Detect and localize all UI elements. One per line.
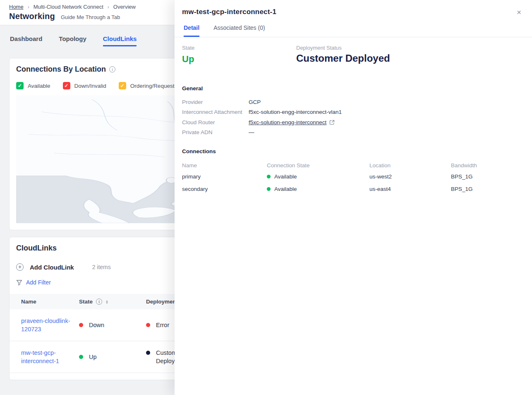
connection-name: secondary bbox=[182, 186, 267, 192]
tab-cloudlinks[interactable]: CloudLinks bbox=[103, 35, 137, 46]
connection-state: Available bbox=[274, 186, 297, 192]
guide-me-link[interactable]: Guide Me Through a Tab bbox=[61, 14, 120, 20]
state-value: Down bbox=[89, 322, 104, 328]
column-header-name: Name bbox=[182, 162, 267, 169]
general-section: General Provider GCP Interconnect Attach… bbox=[175, 85, 532, 137]
detail-panel: mw-test-gcp-interconnect-1 × Detail Asso… bbox=[175, 0, 532, 395]
detail-row-cloud-router: Cloud Router f5xc-solution-engg-intercon… bbox=[182, 117, 532, 128]
cloudlink-name-link[interactable]: praveen-cloudlink-120723 bbox=[21, 317, 71, 333]
general-section-title: General bbox=[182, 85, 532, 92]
checkbox-checked-icon: ✓ bbox=[16, 82, 24, 89]
status-dot-available bbox=[267, 175, 271, 178]
detail-value: — bbox=[249, 129, 254, 135]
cloudlink-name-link[interactable]: mw-test-gcp-interconnect-1 bbox=[21, 349, 71, 365]
status-dot-deployed bbox=[146, 351, 150, 355]
column-header-bandwidth: Bandwidth bbox=[451, 162, 532, 169]
connection-state: Available bbox=[274, 173, 297, 180]
legend-label: Available bbox=[28, 83, 50, 89]
add-filter-label: Add Filter bbox=[26, 279, 51, 286]
tab-detail[interactable]: Detail bbox=[184, 24, 199, 37]
legend-available-checkbox[interactable]: ✓ Available bbox=[16, 82, 50, 89]
detail-value: GCP bbox=[249, 99, 261, 105]
column-header-state[interactable]: State i ▲▼ bbox=[79, 299, 146, 305]
column-header-location: Location bbox=[369, 162, 451, 169]
checkbox-checked-icon: ✓ bbox=[119, 82, 126, 89]
legend-label: Down/Invalid bbox=[74, 83, 106, 89]
panel-tabs: Detail Associated Sites (0) bbox=[175, 16, 532, 37]
connection-row: primary Available us-west2 BPS_1G bbox=[182, 170, 532, 183]
status-dot-error bbox=[146, 323, 150, 327]
detail-label: Interconnect Attachment bbox=[182, 109, 249, 115]
state-value: Up bbox=[182, 54, 296, 65]
detail-row-interconnect-attachment: Interconnect Attachment f5xc-solution-en… bbox=[182, 107, 532, 118]
column-header-name[interactable]: Name bbox=[10, 299, 79, 305]
detail-value: f5xc-solution-engg-interconnect-vlan1 bbox=[249, 109, 342, 115]
deployment-status-label: Deployment Status bbox=[296, 45, 390, 51]
connection-location: us-west2 bbox=[369, 173, 451, 180]
checkbox-checked-icon: ✓ bbox=[63, 82, 70, 89]
plus-circle-icon: + bbox=[16, 263, 24, 271]
state-value: Up bbox=[89, 354, 97, 360]
items-count: 2 items bbox=[92, 264, 111, 270]
tab-associated-sites[interactable]: Associated Sites (0) bbox=[213, 24, 265, 37]
state-label: State bbox=[182, 45, 296, 51]
cloud-router-link-text: f5xc-solution-engg-interconnect bbox=[249, 119, 326, 125]
chevron-right-icon: › bbox=[108, 4, 109, 10]
detail-label: Cloud Router bbox=[182, 119, 249, 125]
column-header-state-label: State bbox=[79, 299, 93, 305]
detail-label: Provider bbox=[182, 99, 249, 105]
breadcrumb-item[interactable]: Multi-Cloud Network Connect bbox=[34, 4, 103, 10]
connections-section: Connections Name Connection State Locati… bbox=[175, 148, 532, 195]
cloudlinks-title: CloudLinks bbox=[16, 244, 57, 253]
status-dot-available bbox=[267, 187, 271, 191]
connection-row: secondary Available us-east4 BPS_1G bbox=[182, 183, 532, 195]
info-icon[interactable]: i bbox=[109, 66, 115, 72]
connection-location: us-east4 bbox=[369, 186, 451, 192]
panel-title: mw-test-gcp-interconnect-1 bbox=[182, 8, 522, 16]
cloud-router-link[interactable]: f5xc-solution-engg-interconnect bbox=[249, 119, 335, 125]
deployment-status-value: Customer Deployed bbox=[296, 53, 390, 64]
close-icon[interactable]: × bbox=[517, 8, 521, 16]
connection-bandwidth: BPS_1G bbox=[451, 173, 532, 180]
page-title: Networking bbox=[9, 12, 55, 21]
info-icon[interactable]: i bbox=[96, 299, 102, 305]
breadcrumb-item[interactable]: Overview bbox=[113, 4, 136, 10]
legend-down-invalid-checkbox[interactable]: ✓ Down/Invalid bbox=[63, 82, 106, 89]
connection-bandwidth: BPS_1G bbox=[451, 186, 532, 192]
status-dot-up bbox=[79, 355, 83, 359]
detail-label: Private ADN bbox=[182, 129, 249, 135]
sort-icon[interactable]: ▲▼ bbox=[105, 300, 108, 304]
chevron-right-icon: › bbox=[28, 4, 29, 10]
deployment-value: Error bbox=[156, 322, 169, 328]
column-header-connection-state: Connection State bbox=[267, 162, 369, 169]
external-link-icon bbox=[329, 120, 335, 125]
detail-row-private-adn: Private ADN — bbox=[182, 128, 532, 138]
connections-section-title: Connections bbox=[182, 148, 532, 154]
status-dot-down bbox=[79, 323, 83, 327]
breadcrumb-home-link[interactable]: Home bbox=[9, 4, 24, 10]
filter-funnel-icon bbox=[16, 279, 22, 286]
connections-by-location-title: Connections By Location bbox=[16, 65, 106, 74]
add-cloudlink-button[interactable]: + Add CloudLink bbox=[16, 263, 74, 271]
tab-topology[interactable]: Topology bbox=[59, 35, 86, 46]
add-cloudlink-label: Add CloudLink bbox=[30, 264, 74, 271]
connections-table-header: Name Connection State Location Bandwidth bbox=[182, 160, 532, 170]
connection-name: primary bbox=[182, 173, 267, 180]
tab-dashboard[interactable]: Dashboard bbox=[10, 35, 42, 46]
detail-row-provider: Provider GCP bbox=[182, 97, 532, 107]
